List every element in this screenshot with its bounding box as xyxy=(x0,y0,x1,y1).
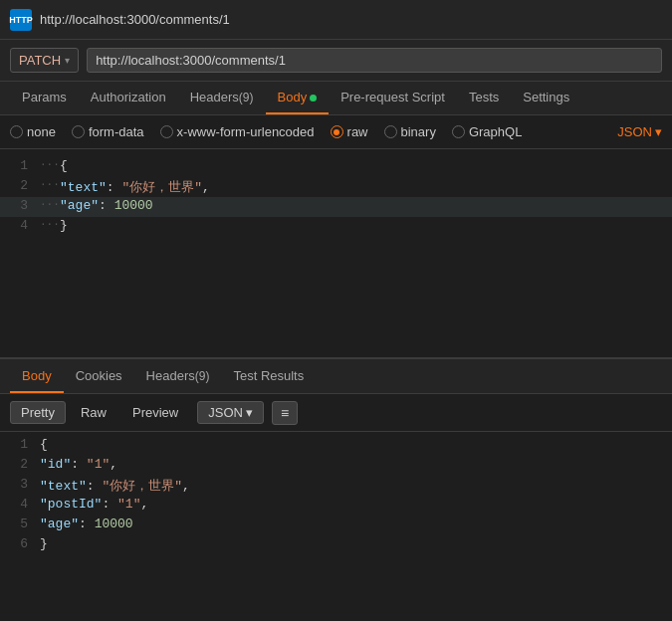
json-value: 10000 xyxy=(95,517,133,531)
line-dots: ···· xyxy=(40,218,60,230)
request-tab-settings[interactable]: Settings xyxy=(511,82,581,114)
line-dots: ···· xyxy=(40,158,60,170)
line-content: "age": 10000 xyxy=(40,517,672,531)
request-tab-authorization[interactable]: Authorization xyxy=(79,82,178,114)
brace: { xyxy=(60,158,68,173)
body-option-raw[interactable]: raw xyxy=(331,124,368,139)
badge: (9) xyxy=(239,91,254,104)
filter-icon-button[interactable]: ≡ xyxy=(272,401,298,425)
response-toolbar: Pretty Raw Preview JSON ▾ ≡ xyxy=(0,394,672,432)
radio-label: none xyxy=(27,124,56,139)
radio-label: binary xyxy=(401,124,436,139)
request-code-editor[interactable]: 1····{2···· "text": "你好，世界",3···· "age":… xyxy=(0,149,672,358)
chevron-down-icon: ▾ xyxy=(65,55,70,66)
body-option-none[interactable]: none xyxy=(10,124,56,139)
chevron-down-icon: ▾ xyxy=(246,405,253,420)
response-tab-cookies[interactable]: Cookies xyxy=(64,360,134,393)
line-number: 1 xyxy=(0,437,40,452)
response-code-area: 1{2 "id": "1",3 "text": "你好，世界",4 "postI… xyxy=(0,432,672,559)
code-line: 6} xyxy=(0,535,672,555)
radio-circle xyxy=(72,125,85,138)
request-tab-params[interactable]: Params xyxy=(10,82,79,114)
json-value: "1" xyxy=(117,497,140,512)
line-number: 2 xyxy=(0,178,40,193)
json-key: "text" xyxy=(40,479,87,494)
line-content: "age": 10000 xyxy=(60,198,672,213)
body-option-binary[interactable]: binary xyxy=(384,124,436,139)
top-bar: HTTP http://localhost:3000/comments/1 xyxy=(0,0,672,40)
json-value: "1" xyxy=(87,457,110,472)
line-content: { xyxy=(40,437,672,452)
line-number: 3 xyxy=(0,477,40,492)
top-bar-url: http://localhost:3000/comments/1 xyxy=(40,12,230,27)
body-options: noneform-datax-www-form-urlencodedrawbin… xyxy=(0,115,672,149)
code-line: 4····} xyxy=(0,217,672,237)
code-line: 2 "id": "1", xyxy=(0,456,672,476)
app-icon: HTTP xyxy=(10,9,32,31)
line-content: } xyxy=(60,218,672,233)
code-line: 1····{ xyxy=(0,157,672,177)
line-number: 6 xyxy=(0,536,40,551)
request-tab-tests[interactable]: Tests xyxy=(457,82,511,114)
request-tab-headers[interactable]: Headers(9) xyxy=(178,82,266,114)
brace: { xyxy=(40,437,48,452)
response-tab-nav: BodyCookiesHeaders(9)Test Results xyxy=(0,358,672,394)
json-type-dropdown[interactable]: JSON▾ xyxy=(617,124,662,139)
brace: } xyxy=(60,218,68,233)
json-key: "postId" xyxy=(40,497,102,512)
line-content: "id": "1", xyxy=(40,457,672,472)
request-tab-pre-request[interactable]: Pre-request Script xyxy=(329,82,457,114)
response-json-label: JSON xyxy=(208,405,243,420)
body-option-x-www-form-urlencoded[interactable]: x-www-form-urlencoded xyxy=(160,124,315,139)
line-number: 2 xyxy=(0,457,40,472)
line-number: 4 xyxy=(0,218,40,233)
radio-circle xyxy=(160,125,173,138)
json-value: "你好，世界" xyxy=(121,180,202,195)
request-tab-body[interactable]: Body xyxy=(266,82,330,114)
raw-button[interactable]: Raw xyxy=(70,401,117,424)
radio-label: x-www-form-urlencoded xyxy=(177,124,315,139)
line-number: 1 xyxy=(0,158,40,173)
line-number: 3 xyxy=(0,198,40,213)
json-key: "id" xyxy=(40,457,71,472)
badge: (9) xyxy=(195,369,210,383)
response-tab-test-results[interactable]: Test Results xyxy=(221,360,316,393)
code-line: 4 "postId": "1", xyxy=(0,496,672,516)
line-number: 5 xyxy=(0,517,40,531)
json-value: "你好，世界" xyxy=(102,479,182,494)
json-value: 10000 xyxy=(114,198,153,213)
line-dots: ···· xyxy=(40,198,60,210)
code-line: 2···· "text": "你好，世界", xyxy=(0,177,672,197)
line-content: "text": "你好，世界", xyxy=(40,477,672,495)
response-tab-headers[interactable]: Headers(9) xyxy=(134,360,222,393)
url-input[interactable] xyxy=(87,48,662,73)
radio-circle xyxy=(452,125,465,138)
radio-circle xyxy=(331,125,343,138)
json-key: "age" xyxy=(40,517,79,531)
url-bar: PATCH ▾ xyxy=(0,40,672,82)
line-number: 4 xyxy=(0,497,40,512)
request-tab-nav: ParamsAuthorizationHeaders(9)BodyPre-req… xyxy=(0,82,672,115)
radio-label: raw xyxy=(347,124,368,139)
pretty-button[interactable]: Pretty xyxy=(10,401,66,424)
body-option-graphql[interactable]: GraphQL xyxy=(452,124,522,139)
response-json-dropdown[interactable]: JSON ▾ xyxy=(197,401,264,424)
preview-button[interactable]: Preview xyxy=(121,401,189,424)
line-content: "postId": "1", xyxy=(40,497,672,512)
line-content: { xyxy=(60,158,672,173)
body-option-form-data[interactable]: form-data xyxy=(72,124,144,139)
body-dot xyxy=(310,95,317,102)
method-label: PATCH xyxy=(19,53,61,68)
method-select[interactable]: PATCH ▾ xyxy=(10,48,79,73)
radio-label: form-data xyxy=(89,124,144,139)
json-key: "text" xyxy=(60,180,107,195)
line-dots: ···· xyxy=(40,178,60,190)
code-line: 3···· "age": 10000 xyxy=(0,197,672,217)
chevron-down-icon: ▾ xyxy=(655,124,662,139)
radio-circle xyxy=(10,125,23,138)
filter-icon: ≡ xyxy=(281,405,289,421)
line-content: } xyxy=(40,536,672,551)
response-tab-body[interactable]: Body xyxy=(10,360,64,393)
radio-circle xyxy=(384,125,397,138)
line-content: "text": "你好，世界", xyxy=(60,178,672,196)
